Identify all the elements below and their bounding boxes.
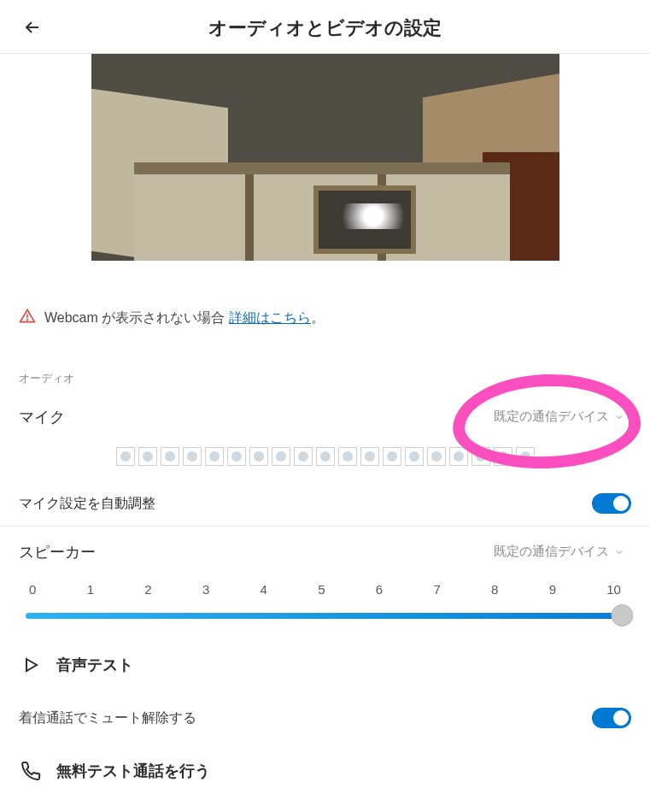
mic-level-cell (405, 447, 424, 466)
mic-level-cell (294, 447, 313, 466)
slider-tick: 2 (144, 582, 151, 597)
mic-level-cell (249, 447, 268, 466)
mic-level-cell (338, 447, 357, 466)
mic-auto-adjust-row: マイク設定を自動調整 (0, 481, 650, 527)
slider-tick: 5 (318, 582, 325, 597)
mic-level-cell (471, 447, 490, 466)
mic-level-cell (161, 447, 179, 466)
mic-level-cell (316, 447, 335, 466)
warning-icon (19, 308, 36, 328)
webcam-help-link[interactable]: 詳細はこちら (229, 310, 311, 325)
mic-level-cell (183, 447, 202, 466)
microphone-row: マイク 既定の通信デバイス (0, 391, 650, 442)
microphone-level-meter (0, 442, 650, 481)
audio-section-label: オーディオ (0, 352, 650, 391)
mic-auto-adjust-label: マイク設定を自動調整 (19, 495, 155, 513)
mic-level-cell (205, 447, 224, 466)
mic-level-cell (138, 447, 157, 466)
warning-text: Webcam が表示されない場合 (44, 310, 225, 325)
chevron-down-icon (614, 412, 624, 422)
unmute-incoming-row: 着信通話でミュート解除する (0, 692, 650, 744)
slider-tick: 3 (202, 582, 209, 597)
svg-point-1 (27, 320, 28, 321)
mic-level-cell (516, 447, 535, 466)
warning-suffix: 。 (311, 310, 325, 325)
speaker-device-select[interactable]: 既定の通信デバイス (487, 538, 631, 565)
slider-tick: 1 (87, 582, 94, 597)
unmute-incoming-toggle[interactable] (592, 708, 631, 728)
mic-level-cell (272, 447, 290, 466)
mic-level-cell (494, 447, 512, 466)
slider-tick: 9 (549, 582, 556, 597)
mic-level-cell (383, 447, 401, 466)
chevron-down-icon (614, 547, 624, 557)
speaker-device-value: 既定の通信デバイス (494, 544, 609, 560)
microphone-device-select[interactable]: 既定の通信デバイス (487, 403, 631, 430)
microphone-device-value: 既定の通信デバイス (494, 409, 609, 425)
microphone-label: マイク (19, 407, 65, 427)
back-button[interactable] (22, 17, 43, 41)
mic-auto-adjust-toggle[interactable] (592, 493, 631, 514)
slider-tick: 0 (29, 582, 36, 597)
free-test-call-button[interactable]: 無料テスト通話を行う (0, 744, 650, 798)
free-test-call-label: 無料テスト通話を行う (56, 761, 210, 781)
unmute-incoming-label: 着信通話でミュート解除する (19, 709, 196, 727)
speaker-row: スピーカー 既定の通信デバイス (0, 527, 650, 577)
slider-tick: 8 (491, 582, 498, 597)
slider-tick: 10 (606, 582, 621, 597)
webcam-preview (91, 54, 559, 261)
speaker-volume-slider[interactable]: 012345678910 (0, 577, 650, 638)
mic-level-cell (116, 447, 135, 466)
page-title: オーディオとビデオの設定 (17, 15, 633, 41)
phone-icon (20, 761, 41, 781)
mic-level-cell (449, 447, 468, 466)
mic-level-cell (227, 447, 246, 466)
speaker-label: スピーカー (19, 542, 96, 562)
play-icon (20, 655, 41, 675)
webcam-warning: Webcam が表示されない場合 詳細はこちら。 (0, 261, 650, 352)
arrow-left-icon (22, 17, 43, 38)
sound-test-button[interactable]: 音声テスト (0, 638, 650, 692)
sound-test-label: 音声テスト (56, 655, 133, 675)
slider-tick: 6 (376, 582, 383, 597)
slider-thumb[interactable] (611, 604, 633, 627)
slider-tick: 4 (261, 582, 267, 597)
slider-tick: 7 (433, 582, 440, 597)
mic-level-cell (427, 447, 446, 466)
mic-level-cell (360, 447, 379, 466)
